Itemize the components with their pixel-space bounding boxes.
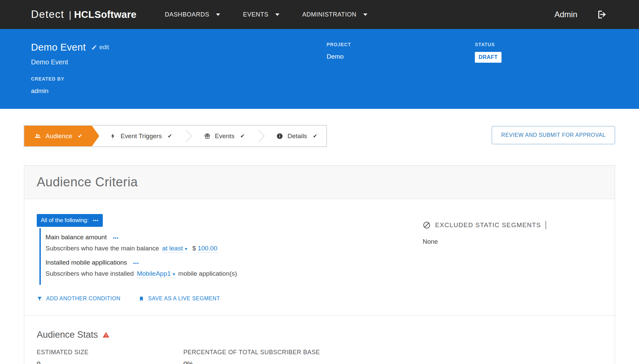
condition-name: Main balance amount bbox=[45, 234, 107, 241]
nav-events-label: EVENTS bbox=[243, 11, 269, 18]
criteria-actions: ADD ANOTHER CONDITION SAVE AS A LIVE SEG… bbox=[37, 296, 423, 302]
check-icon: ✔ bbox=[168, 133, 172, 139]
no-entry-icon bbox=[423, 221, 431, 229]
percentage-label: PERCENTAGE OF TOTAL SUBSCRIBER BASE bbox=[183, 349, 320, 356]
audience-stats-section: Audience Stats ESTIMATED SIZE 0 PERCENTA… bbox=[24, 315, 615, 364]
condition-sentence: Subscribers who have installed MobileApp… bbox=[45, 270, 423, 277]
tab-events-label: Events bbox=[215, 132, 235, 140]
audience-criteria-title: Audience Criteria bbox=[37, 175, 602, 189]
condition-name: Installed mobile appllications bbox=[45, 259, 127, 266]
percentage-value: 0% bbox=[183, 360, 320, 364]
nav-dashboards-label: DASHBOARDS bbox=[165, 11, 209, 18]
status-label: STATUS bbox=[475, 42, 501, 47]
more-options-icon[interactable]: ••• bbox=[93, 218, 99, 223]
group-label: All of the following: bbox=[41, 217, 89, 224]
brand-separator: | bbox=[69, 10, 71, 20]
condition-text-before: Subscribers who have installed bbox=[45, 270, 134, 277]
nav-administration-label: ADMINISTRATION bbox=[302, 11, 357, 18]
condition-text-after: mobile application(s) bbox=[178, 270, 237, 277]
created-by-label: CREATED BY bbox=[31, 76, 327, 82]
main-nav: DASHBOARDS EVENTS ADMINISTRATION bbox=[153, 11, 379, 18]
edit-title-button[interactable]: edit bbox=[91, 44, 109, 51]
audience-stats-title: Audience Stats bbox=[37, 330, 98, 340]
edit-label: edit bbox=[99, 44, 109, 51]
chevron-down-icon: ▾ bbox=[185, 246, 187, 251]
gift-icon bbox=[204, 133, 211, 140]
condition-row: Installed mobile appllications ••• Subsc… bbox=[45, 259, 423, 277]
wizard-steps: Audience ✔ Event Triggers ✔ bbox=[24, 125, 327, 147]
status-block: STATUS DRAFT bbox=[475, 42, 501, 109]
chevron-down-icon: ▾ bbox=[173, 271, 175, 277]
top-navbar: Detect | HCLSoftware DASHBOARDS EVENTS A… bbox=[0, 0, 639, 29]
wizard-toolbar: Audience ✔ Event Triggers ✔ bbox=[24, 125, 615, 147]
tab-event-triggers[interactable]: Event Triggers ✔ bbox=[101, 126, 181, 146]
people-icon bbox=[34, 133, 41, 140]
card-header: Audience Criteria bbox=[24, 165, 615, 199]
tab-audience-label: Audience bbox=[45, 132, 72, 140]
status-badge: DRAFT bbox=[475, 52, 501, 63]
tab-details-label: Details bbox=[287, 132, 307, 140]
estimated-size-label: ESTIMATED SIZE bbox=[37, 349, 183, 356]
event-header: Demo Event edit Demo Event CREATED BY ad… bbox=[0, 29, 639, 109]
check-icon: ✔ bbox=[78, 133, 82, 139]
brand-logo[interactable]: Detect | HCLSoftware bbox=[31, 8, 136, 21]
project-block: PROJECT Demo bbox=[327, 42, 475, 109]
navbar-right: Admin bbox=[554, 9, 607, 20]
created-by-value: admin bbox=[31, 87, 327, 95]
currency-symbol: $ bbox=[192, 245, 196, 252]
review-submit-button[interactable]: REVIEW AND SUBMIT FOR APPROVAL bbox=[492, 126, 615, 144]
add-condition-button[interactable]: ADD ANOTHER CONDITION bbox=[37, 296, 120, 302]
brand-detect: Detect bbox=[31, 8, 64, 21]
chevron-down-icon bbox=[275, 13, 279, 16]
estimated-size-value: 0 bbox=[37, 360, 183, 364]
brand-company: HCLSoftware bbox=[74, 9, 136, 20]
audience-card: Audience Criteria All of the following: … bbox=[24, 165, 615, 364]
logout-icon[interactable] bbox=[597, 9, 607, 20]
user-menu[interactable]: Admin bbox=[554, 10, 577, 19]
text-cursor bbox=[546, 221, 546, 229]
more-options-icon[interactable]: ••• bbox=[113, 236, 119, 240]
project-label: PROJECT bbox=[327, 42, 475, 47]
lightning-icon bbox=[110, 133, 116, 140]
pencil-icon bbox=[91, 44, 97, 50]
bookmark-icon bbox=[139, 296, 144, 302]
amount-value[interactable]: 100.00 bbox=[198, 245, 217, 253]
condition-group-chip[interactable]: All of the following: ••• bbox=[37, 214, 103, 227]
check-icon: ✔ bbox=[313, 133, 317, 139]
page-title: Demo Event bbox=[31, 42, 86, 53]
info-icon bbox=[276, 133, 283, 140]
tab-event-triggers-label: Event Triggers bbox=[121, 132, 162, 140]
chevron-down-icon bbox=[363, 13, 367, 16]
excluded-segments-value: None bbox=[423, 238, 602, 245]
add-condition-label: ADD ANOTHER CONDITION bbox=[46, 296, 120, 302]
nav-events[interactable]: EVENTS bbox=[232, 11, 291, 18]
save-live-segment-button[interactable]: SAVE AS A LIVE SEGMENT bbox=[139, 296, 220, 302]
step-separator-icon bbox=[253, 126, 268, 146]
filter-icon bbox=[37, 296, 42, 302]
condition-row: Main balance amount ••• Subscribers who … bbox=[45, 234, 423, 252]
excluded-segments-label: EXCLUDED STATIC SEGMENTS bbox=[435, 221, 541, 229]
save-live-segment-label: SAVE AS A LIVE SEGMENT bbox=[148, 296, 220, 302]
check-icon: ✔ bbox=[240, 133, 245, 139]
tab-details[interactable]: Details ✔ bbox=[268, 126, 326, 146]
event-subtitle: Demo Event bbox=[31, 58, 327, 66]
event-title-block: Demo Event edit Demo Event CREATED BY ad… bbox=[31, 42, 327, 109]
condition-list: Main balance amount ••• Subscribers who … bbox=[39, 228, 423, 285]
more-options-icon[interactable]: ••• bbox=[133, 261, 139, 266]
tab-events[interactable]: Events ✔ bbox=[195, 126, 254, 146]
estimated-size-stat: ESTIMATED SIZE 0 bbox=[37, 349, 183, 364]
nav-administration[interactable]: ADMINISTRATION bbox=[291, 11, 379, 18]
project-value: Demo bbox=[327, 53, 475, 60]
criteria-builder: All of the following: ••• Main balance a… bbox=[37, 214, 423, 315]
condition-text-before: Subscribers who have the main balance bbox=[45, 245, 159, 252]
condition-sentence: Subscribers who have the main balance at… bbox=[45, 245, 423, 252]
chevron-down-icon bbox=[216, 13, 220, 16]
app-dropdown[interactable]: MobileApp1▾ bbox=[137, 270, 175, 278]
operator-dropdown[interactable]: at least▾ bbox=[162, 245, 187, 253]
tab-audience[interactable]: Audience ✔ bbox=[24, 126, 99, 146]
warning-icon bbox=[102, 331, 110, 338]
nav-dashboards[interactable]: DASHBOARDS bbox=[153, 11, 232, 18]
percentage-stat: PERCENTAGE OF TOTAL SUBSCRIBER BASE 0% bbox=[183, 349, 320, 364]
step-separator-icon bbox=[181, 126, 195, 146]
excluded-segments-panel: EXCLUDED STATIC SEGMENTS None bbox=[423, 214, 602, 315]
